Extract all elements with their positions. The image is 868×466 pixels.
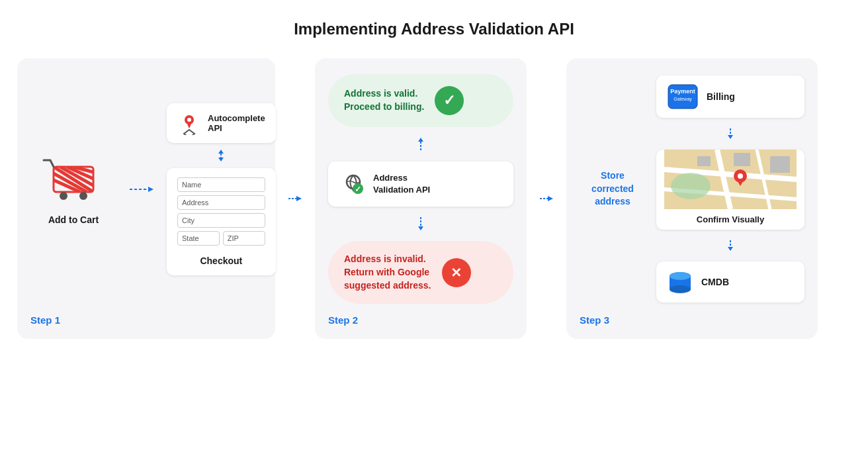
invalid-x-icon: ✕	[442, 258, 471, 287]
payment-gateway-icon: Payment Gateway	[667, 83, 699, 110]
svg-text:✓: ✓	[355, 185, 361, 194]
step1-to-step2-arrow	[288, 195, 302, 203]
validation-api-icon: ✓	[341, 172, 365, 196]
svg-point-51	[670, 272, 691, 280]
svg-marker-28	[548, 196, 553, 201]
svg-rect-43	[697, 156, 711, 166]
autocomplete-card: AutocompleteAPI	[167, 103, 276, 143]
svg-point-8	[60, 192, 67, 200]
map-visual	[656, 150, 804, 209]
cart-label: Add to Cart	[48, 214, 99, 225]
cart-icon	[40, 154, 107, 207]
confirm-visually-label: Confirm Visually	[691, 209, 769, 230]
billing-label: Billing	[707, 91, 735, 102]
valid-text: Address is valid. Proceed to billing.	[344, 87, 424, 113]
svg-rect-41	[734, 153, 750, 166]
step1-label: Step 1	[30, 304, 262, 326]
svg-rect-42	[770, 156, 790, 173]
cmdb-card: CMDB	[656, 261, 804, 303]
step2-to-step3-arrow	[540, 195, 553, 203]
invalid-bubble: Address is invalid. Return with Google s…	[328, 241, 513, 304]
name-field: Name	[177, 177, 265, 192]
confirm-visually-card: Confirm Visually	[656, 150, 804, 230]
valid-bubble: Address is valid. Proceed to billing. ✓	[328, 74, 513, 127]
valid-check-icon: ✓	[435, 86, 464, 115]
step2-label: Step 2	[328, 304, 513, 326]
page-title: Implementing Address Validation API	[294, 20, 574, 38]
zip-field: ZIP	[223, 231, 265, 246]
step1-section: Add to Cart	[17, 58, 275, 339]
billing-card: Payment Gateway Billing	[656, 75, 804, 118]
validation-api-label: AddressValidation API	[373, 172, 430, 196]
api-to-invalid-arrow	[417, 217, 425, 230]
svg-point-50	[670, 285, 691, 293]
checkout-column: AutocompleteAPI Name Address City	[167, 103, 276, 275]
autocomplete-api-icon	[177, 111, 201, 135]
confirm-to-cmdb-arrow	[726, 240, 734, 251]
diagram: Add to Cart	[17, 58, 851, 339]
map-svg	[656, 150, 804, 209]
svg-marker-20	[418, 138, 423, 142]
svg-point-9	[79, 192, 87, 200]
address-field: Address	[177, 195, 265, 210]
api-to-valid-arrow	[417, 138, 425, 151]
svg-point-13	[187, 118, 191, 122]
autocomplete-checkout-arrow	[217, 150, 225, 162]
validation-api-card: ✓ AddressValidation API	[328, 162, 513, 207]
cmdb-icon	[667, 269, 693, 295]
cart-to-checkout-arrow	[130, 185, 153, 193]
svg-point-40	[671, 173, 711, 199]
svg-text:Gateway: Gateway	[673, 97, 692, 102]
svg-marker-17	[218, 158, 224, 162]
svg-marker-26	[418, 226, 423, 230]
svg-marker-34	[728, 135, 733, 139]
step3-cards: Payment Gateway Billing	[656, 75, 804, 303]
step3-label: Step 3	[580, 304, 804, 326]
store-corrected-label: Store corrected address	[580, 169, 646, 209]
city-field: City	[177, 213, 265, 228]
svg-marker-14	[184, 130, 195, 135]
step2-section: Address is valid. Proceed to billing. ✓	[315, 58, 527, 339]
svg-marker-19	[296, 196, 302, 201]
svg-marker-11	[148, 187, 153, 192]
autocomplete-label: AutocompleteAPI	[208, 113, 265, 133]
svg-marker-47	[728, 247, 733, 251]
billing-to-map-arrow	[726, 128, 734, 139]
cart-box: Add to Cart	[30, 154, 116, 225]
cmdb-label: CMDB	[701, 277, 729, 287]
step1-step2-connector	[288, 58, 302, 339]
step2-step3-connector	[540, 58, 553, 339]
state-field: State	[177, 231, 220, 246]
invalid-text: Address is invalid. Return with Google s…	[344, 253, 431, 292]
svg-marker-15	[218, 150, 224, 154]
svg-text:Payment: Payment	[670, 88, 695, 95]
checkout-label: Checkout	[177, 256, 265, 266]
step3-section: Store corrected address Payment Gateway …	[566, 58, 818, 339]
checkout-card: Name Address City State ZIP Checkout	[167, 168, 276, 275]
svg-point-45	[738, 173, 743, 179]
